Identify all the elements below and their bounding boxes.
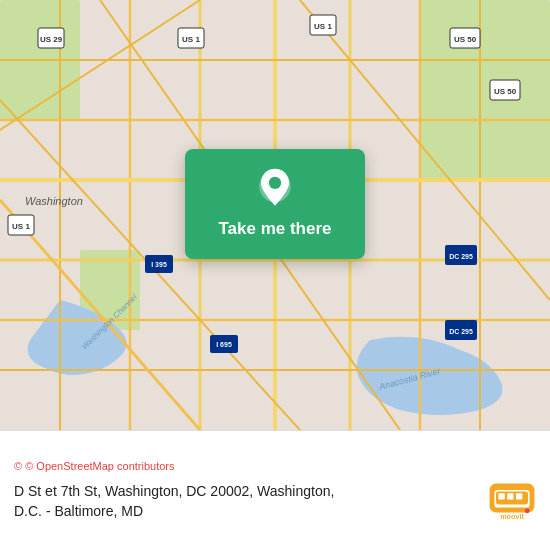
svg-text:US 50: US 50 [454,35,477,44]
bottom-info-bar: © © OpenStreetMap contributors D St et 7… [0,430,550,550]
address-line2: D.C. - Baltimore, MD [14,503,143,519]
map-container: I 395 I 695 US 29 US 1 US 1 US 50 US 50 … [0,0,550,430]
svg-point-47 [269,177,281,189]
svg-text:moovit: moovit [500,511,524,520]
svg-rect-1 [420,0,550,180]
svg-text:US 1: US 1 [314,22,332,31]
copyright-symbol: © [14,460,22,472]
svg-text:US 1: US 1 [182,35,200,44]
svg-text:Washington: Washington [25,195,83,207]
svg-rect-53 [507,493,513,499]
svg-text:US 1: US 1 [12,222,30,231]
location-pin-icon [253,167,297,211]
moovit-icon: moovit [488,478,536,526]
take-me-there-card[interactable]: Take me there [185,149,365,259]
svg-text:I 695: I 695 [216,341,232,348]
svg-text:US 50: US 50 [494,87,517,96]
svg-rect-52 [498,493,504,499]
svg-point-56 [525,508,530,513]
svg-rect-54 [516,493,522,499]
address-text: D St et 7th St, Washington, DC 20002, Wa… [14,482,478,521]
svg-text:I 395: I 395 [151,261,167,268]
svg-text:DC 295: DC 295 [449,253,473,260]
moovit-logo: moovit [488,478,536,526]
osm-credit: © © OpenStreetMap contributors [14,460,536,472]
address-line1: D St et 7th St, Washington, DC 20002, Wa… [14,483,334,499]
osm-credit-text: © OpenStreetMap contributors [25,460,174,472]
svg-text:US 29: US 29 [40,35,63,44]
svg-text:DC 295: DC 295 [449,328,473,335]
take-me-there-button-label: Take me there [218,219,331,239]
address-row: D St et 7th St, Washington, DC 20002, Wa… [14,478,536,526]
